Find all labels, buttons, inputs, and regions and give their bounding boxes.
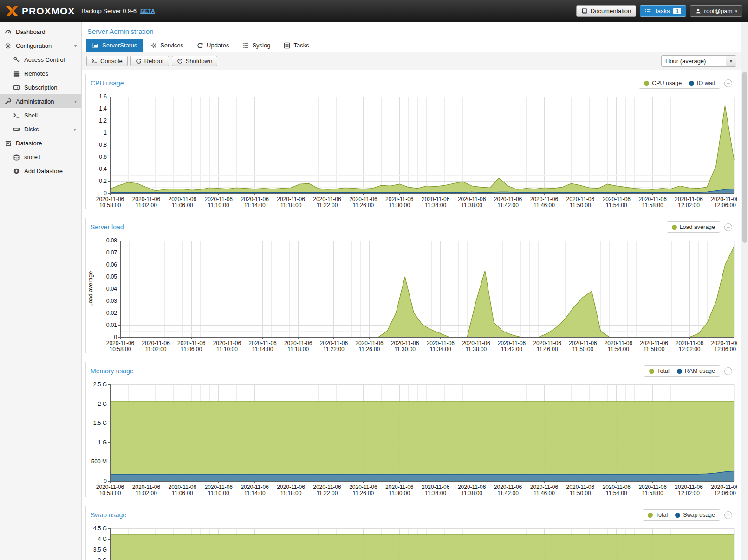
tasks-button[interactable]: Tasks 1: [640, 5, 686, 17]
legend-item[interactable]: Total: [648, 512, 668, 518]
svg-text:0.07: 0.07: [106, 249, 117, 256]
legend-label: Load average: [680, 224, 715, 230]
svg-text:11:06:00: 11:06:00: [172, 490, 193, 496]
svg-text:2020-11-06: 2020-11-06: [213, 340, 241, 346]
svg-text:2020-11-06: 2020-11-06: [96, 484, 124, 490]
svg-text:11:54:00: 11:54:00: [606, 490, 627, 496]
svg-text:11:02:00: 11:02:00: [145, 346, 167, 352]
panel-tools: CPU usageIO wait −: [639, 78, 732, 89]
sidebar-item-administration[interactable]: Administration ▾: [0, 94, 81, 108]
sidebar-item-subscription[interactable]: Subscription: [0, 80, 81, 94]
scrollbar-thumb[interactable]: [742, 72, 747, 243]
tab-label: Services: [160, 42, 183, 49]
collapse-panel-button[interactable]: −: [724, 367, 732, 375]
svg-text:0.04: 0.04: [106, 286, 117, 292]
tab-serverstatus[interactable]: ServerStatus: [86, 39, 143, 52]
svg-text:3.5 G: 3.5 G: [93, 547, 107, 553]
panel-title: Swap usage: [91, 511, 126, 519]
timeframe-select[interactable]: Hour (average) ▼: [661, 55, 736, 67]
legend-label: Swap usage: [683, 512, 715, 518]
brand-name: PROXMOX: [22, 6, 75, 17]
tab-services[interactable]: Services: [144, 39, 189, 52]
svg-text:4.5 G: 4.5 G: [93, 525, 107, 532]
topbar-actions: Documentation Tasks 1 root@pam ▾: [576, 5, 742, 17]
svg-text:11:30:00: 11:30:00: [389, 202, 410, 208]
tab-label: Syslog: [252, 42, 270, 49]
documentation-button[interactable]: Documentation: [576, 5, 636, 17]
sidebar-item-label: Disks: [24, 126, 39, 133]
main-content: Server Administration ServerStatus Servi…: [82, 22, 741, 560]
tab-updates[interactable]: Updates: [191, 39, 235, 52]
svg-text:2020-11-06: 2020-11-06: [391, 340, 419, 346]
svg-text:2020-11-06: 2020-11-06: [132, 484, 161, 490]
chart-legend: Load average: [667, 221, 720, 233]
sidebar-item-add-datastore[interactable]: Add Datastore: [0, 164, 81, 178]
sidebar-item-shell[interactable]: Shell: [0, 108, 81, 122]
console-button[interactable]: Console: [86, 56, 128, 66]
sidebar-item-label: Add Datastore: [24, 168, 63, 175]
legend-item[interactable]: Load average: [672, 224, 715, 230]
svg-text:500 M: 500 M: [91, 458, 107, 465]
terminal-icon: [13, 112, 20, 119]
svg-text:2020-11-06: 2020-11-06: [676, 340, 704, 346]
console-label: Console: [100, 58, 123, 65]
tab-syslog[interactable]: Syslog: [236, 39, 276, 52]
page-title: Server Administration: [82, 22, 741, 39]
server-icon: [13, 70, 20, 77]
svg-text:11:46:00: 11:46:00: [533, 490, 555, 496]
tasks-grid-icon: [284, 42, 290, 49]
legend-dot-icon: [689, 81, 694, 86]
shutdown-button[interactable]: Shutdown: [172, 56, 218, 66]
legend-item[interactable]: Swap usage: [675, 512, 715, 518]
sidebar-item-configuration[interactable]: Configuration ▾: [0, 39, 81, 52]
swap-usage-panel: Swap usage TotalSwap usage − 0500 M1 G1.…: [85, 506, 737, 560]
panel-header: Memory usage TotalRAM usage −: [86, 362, 737, 380]
user-label: root@pam: [704, 7, 733, 14]
collapse-panel-button[interactable]: −: [724, 79, 732, 87]
svg-text:2020-11-06: 2020-11-06: [711, 484, 737, 490]
svg-text:1.6: 1.6: [99, 93, 107, 100]
svg-text:2020-11-06: 2020-11-06: [284, 340, 312, 346]
svg-text:2020-11-06: 2020-11-06: [462, 340, 490, 346]
svg-text:11:18:00: 11:18:00: [287, 346, 309, 352]
svg-text:1.5 G: 1.5 G: [93, 420, 107, 426]
collapse-panel-button[interactable]: −: [724, 511, 732, 519]
user-menu-button[interactable]: root@pam ▾: [690, 5, 742, 17]
tab-tasks[interactable]: Tasks: [278, 39, 315, 52]
svg-text:11:38:00: 11:38:00: [461, 202, 482, 208]
chevron-down-icon: ▼: [726, 56, 736, 66]
svg-text:2020-11-06: 2020-11-06: [494, 484, 522, 490]
svg-text:3 G: 3 G: [98, 557, 107, 560]
cpu-usage-panel: CPU usage CPU usageIO wait − 00.20.40.60…: [85, 74, 737, 209]
svg-text:2020-11-06: 2020-11-06: [603, 484, 631, 490]
sidebar-item-label: Datastore: [16, 140, 42, 147]
svg-text:11:50:00: 11:50:00: [572, 346, 593, 352]
sidebar-item-label: Configuration: [16, 42, 52, 49]
sidebar-item-datastore[interactable]: Datastore: [0, 136, 81, 150]
svg-text:2020-11-06: 2020-11-06: [569, 340, 597, 346]
svg-text:0.01: 0.01: [106, 322, 117, 328]
svg-text:2020-11-06: 2020-11-06: [313, 196, 341, 202]
svg-text:2020-11-06: 2020-11-06: [241, 196, 269, 202]
legend-item[interactable]: CPU usage: [644, 80, 682, 86]
svg-text:11:10:00: 11:10:00: [208, 202, 229, 208]
legend-item[interactable]: IO wait: [689, 80, 715, 86]
svg-text:11:30:00: 11:30:00: [389, 490, 410, 496]
svg-text:2020-11-06: 2020-11-06: [711, 340, 737, 346]
legend-item[interactable]: RAM usage: [677, 368, 715, 374]
sidebar-item-dashboard[interactable]: Dashboard: [0, 25, 81, 39]
sidebar-item-access-control[interactable]: Access Control: [0, 52, 81, 66]
legend-item[interactable]: Total: [649, 368, 669, 374]
collapse-panel-button[interactable]: −: [724, 223, 732, 231]
reboot-button[interactable]: Reboot: [130, 56, 169, 66]
sidebar-item-remotes[interactable]: Remotes: [0, 66, 81, 80]
sidebar-item-store1[interactable]: store1: [0, 150, 81, 164]
scrollbar[interactable]: [741, 22, 748, 560]
sidebar-item-disks[interactable]: Disks ▸: [0, 122, 81, 136]
beta-link[interactable]: BETA: [140, 8, 155, 14]
svg-text:2020-11-06: 2020-11-06: [566, 484, 595, 490]
sidebar-item-label: Subscription: [24, 84, 58, 91]
svg-text:0.4: 0.4: [99, 166, 107, 172]
svg-text:12:02:00: 12:02:00: [678, 490, 700, 496]
svg-text:0: 0: [114, 334, 117, 340]
